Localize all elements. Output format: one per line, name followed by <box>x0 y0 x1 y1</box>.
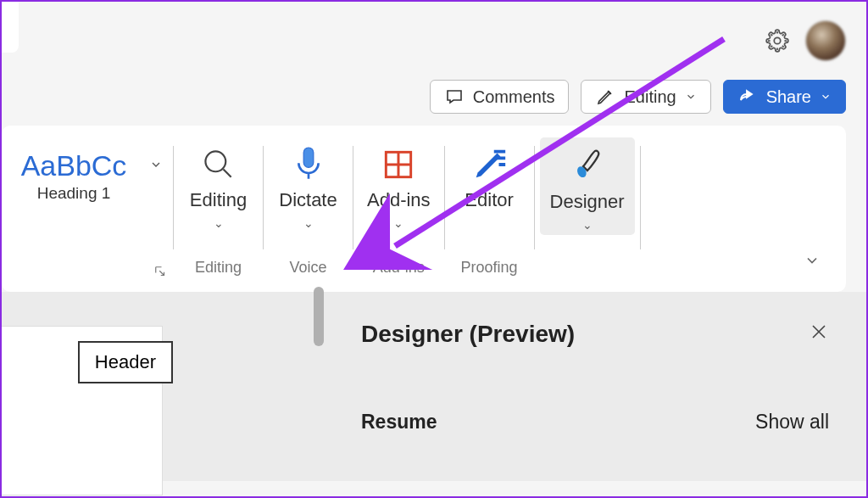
share-icon <box>737 87 758 107</box>
pen-icon <box>595 87 615 107</box>
addins-grid-icon <box>380 146 417 183</box>
corner-decor <box>2 2 19 53</box>
scrollbar-thumb[interactable] <box>314 287 324 346</box>
addins-btn-label: Add-ins <box>367 189 431 211</box>
command-bar: Comments Editing Share <box>2 80 866 126</box>
document-pane: Header <box>2 292 324 481</box>
content-area: Header Designer (Preview) Resume Show al… <box>2 292 866 481</box>
chevron-down-icon <box>820 91 832 103</box>
chevron-down-icon <box>804 252 821 269</box>
editing-find-button[interactable]: Editing ⌄ <box>174 134 263 230</box>
show-all-link[interactable]: Show all <box>755 411 829 434</box>
comments-button[interactable]: Comments <box>430 80 570 114</box>
user-avatar[interactable] <box>805 20 846 61</box>
styles-expand-button[interactable] <box>142 158 170 171</box>
editing-mode-button[interactable]: Editing <box>581 80 710 114</box>
editor-btn-label: Editor <box>465 189 513 211</box>
comments-label: Comments <box>473 87 555 107</box>
gear-icon <box>765 29 789 53</box>
chevron-down-icon <box>685 91 697 103</box>
designer-button[interactable]: Designer ⌄ <box>540 137 635 235</box>
ribbon: AaBbCc Heading 1 Editing ⌄ Editing Dicta… <box>2 126 846 292</box>
designer-btn-label: Designer <box>550 191 625 213</box>
addins-group-label: Add-ins <box>353 259 444 277</box>
header-region-label[interactable]: Header <box>78 341 173 383</box>
close-pane-button[interactable] <box>809 321 829 348</box>
svg-rect-2 <box>303 148 314 167</box>
style-heading1[interactable]: AaBbCc Heading 1 <box>5 141 142 208</box>
microphone-icon <box>292 144 326 185</box>
magnifier-icon <box>200 146 237 183</box>
editing-btn-label: Editing <box>190 189 247 211</box>
close-icon <box>809 322 829 342</box>
share-label: Share <box>766 87 811 107</box>
chevron-down-icon: ⌄ <box>214 216 224 230</box>
styles-dialog-launcher[interactable] <box>153 264 168 282</box>
svg-point-1 <box>205 151 225 171</box>
collapse-ribbon-button[interactable] <box>804 252 821 273</box>
comment-icon <box>444 87 465 107</box>
title-bar <box>2 2 866 80</box>
chevron-down-icon: ⌄ <box>393 216 403 230</box>
style-sample-text: AaBbCc <box>12 149 136 182</box>
voice-group-label: Voice <box>264 259 353 277</box>
editor-pen-icon <box>470 144 509 185</box>
group-divider <box>640 146 641 249</box>
paintbrush-icon <box>570 146 604 187</box>
share-button[interactable]: Share <box>723 80 846 114</box>
style-name-label: Heading 1 <box>12 184 136 203</box>
chevron-down-icon: ⌄ <box>582 218 593 232</box>
designer-panel: Designer (Preview) Resume Show all <box>324 292 866 481</box>
chevron-down-icon <box>149 158 163 171</box>
svg-point-0 <box>774 37 780 43</box>
editing-label: Editing <box>624 87 676 107</box>
svg-point-4 <box>576 165 588 179</box>
editor-button[interactable]: Editor <box>445 134 534 211</box>
settings-button[interactable] <box>765 28 790 53</box>
dialog-launcher-icon <box>153 264 168 279</box>
designer-section-title: Resume <box>361 411 437 434</box>
designer-panel-title: Designer (Preview) <box>361 321 575 348</box>
dictate-button[interactable]: Dictate ⌄ <box>264 134 353 230</box>
chevron-down-icon: ⌄ <box>303 216 314 230</box>
addins-button[interactable]: Add-ins ⌄ <box>353 134 444 230</box>
styles-gallery[interactable]: AaBbCc Heading 1 <box>2 134 173 285</box>
proofing-group-label: Proofing <box>445 259 534 277</box>
dictate-btn-label: Dictate <box>279 189 337 211</box>
editing-group-label: Editing <box>174 259 263 277</box>
